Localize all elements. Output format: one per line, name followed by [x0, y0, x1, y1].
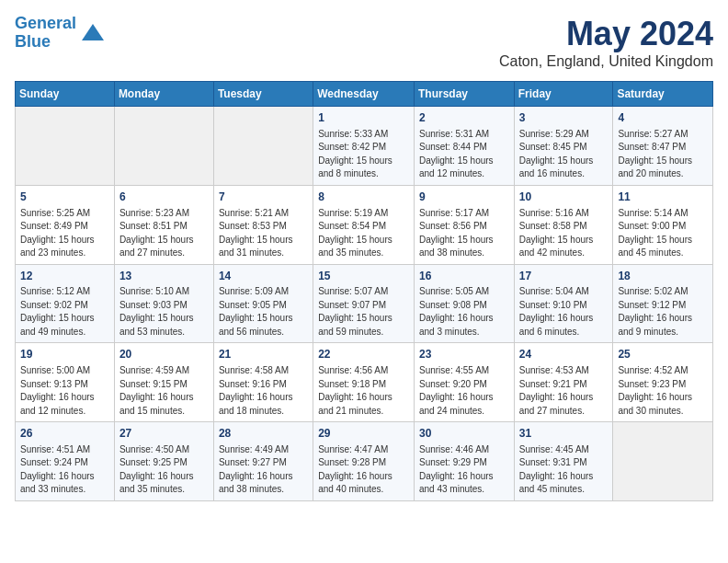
- calendar-cell: [213, 107, 313, 186]
- day-number: 5: [20, 190, 109, 205]
- day-info: Sunrise: 5:25 AM Sunset: 8:49 PM Dayligh…: [20, 207, 109, 260]
- day-number: 19: [20, 347, 109, 362]
- day-info: Sunrise: 4:53 AM Sunset: 9:21 PM Dayligh…: [519, 364, 609, 418]
- calendar-cell: 17Sunrise: 5:04 AM Sunset: 9:10 PM Dayli…: [514, 264, 613, 343]
- calendar-cell: 15Sunrise: 5:07 AM Sunset: 9:07 PM Dayli…: [313, 264, 415, 343]
- day-header-wednesday: Wednesday: [313, 82, 415, 107]
- day-info: Sunrise: 5:09 AM Sunset: 9:05 PM Dayligh…: [219, 285, 308, 339]
- day-info: Sunrise: 5:07 AM Sunset: 9:07 PM Dayligh…: [318, 285, 409, 339]
- calendar-cell: 25Sunrise: 4:52 AM Sunset: 9:23 PM Dayli…: [613, 343, 713, 422]
- day-number: 16: [419, 269, 509, 284]
- day-number: 6: [119, 190, 209, 205]
- day-number: 31: [519, 426, 609, 442]
- day-info: Sunrise: 4:56 AM Sunset: 9:18 PM Dayligh…: [318, 364, 409, 418]
- day-number: 7: [219, 190, 308, 205]
- calendar-cell: 11Sunrise: 5:14 AM Sunset: 9:00 PM Dayli…: [613, 185, 713, 264]
- calendar-cell: 7Sunrise: 5:21 AM Sunset: 8:53 PM Daylig…: [213, 185, 313, 264]
- day-info: Sunrise: 4:45 AM Sunset: 9:31 PM Dayligh…: [519, 443, 609, 497]
- day-info: Sunrise: 5:21 AM Sunset: 8:53 PM Dayligh…: [219, 207, 308, 260]
- day-number: 30: [419, 426, 509, 442]
- day-info: Sunrise: 4:47 AM Sunset: 9:28 PM Dayligh…: [318, 443, 409, 497]
- calendar-cell: 18Sunrise: 5:02 AM Sunset: 9:12 PM Dayli…: [613, 264, 713, 343]
- day-info: Sunrise: 5:17 AM Sunset: 8:56 PM Dayligh…: [419, 207, 509, 260]
- calendar-cell: 31Sunrise: 4:45 AM Sunset: 9:31 PM Dayli…: [514, 422, 613, 501]
- day-info: Sunrise: 5:31 AM Sunset: 8:44 PM Dayligh…: [419, 128, 509, 181]
- calendar-cell: 4Sunrise: 5:27 AM Sunset: 8:47 PM Daylig…: [613, 107, 713, 186]
- calendar-cell: 27Sunrise: 4:50 AM Sunset: 9:25 PM Dayli…: [114, 422, 213, 501]
- calendar-cell: [613, 422, 713, 501]
- calendar-cell: 3Sunrise: 5:29 AM Sunset: 8:45 PM Daylig…: [514, 107, 613, 186]
- day-number: 10: [519, 190, 609, 205]
- day-number: 20: [119, 347, 209, 362]
- svg-marker-0: [82, 24, 104, 40]
- calendar-cell: [16, 107, 115, 186]
- week-row-3: 12Sunrise: 5:12 AM Sunset: 9:02 PM Dayli…: [16, 264, 713, 343]
- calendar-cell: 8Sunrise: 5:19 AM Sunset: 8:54 PM Daylig…: [313, 185, 415, 264]
- day-info: Sunrise: 4:52 AM Sunset: 9:23 PM Dayligh…: [618, 364, 708, 418]
- day-info: Sunrise: 5:00 AM Sunset: 9:13 PM Dayligh…: [20, 364, 109, 418]
- calendar-cell: 2Sunrise: 5:31 AM Sunset: 8:44 PM Daylig…: [414, 107, 514, 186]
- day-info: Sunrise: 4:46 AM Sunset: 9:29 PM Dayligh…: [419, 443, 509, 497]
- day-number: 28: [219, 426, 308, 442]
- logo: General Blue: [15, 15, 106, 52]
- calendar-cell: 9Sunrise: 5:17 AM Sunset: 8:56 PM Daylig…: [414, 185, 514, 264]
- day-info: Sunrise: 5:10 AM Sunset: 9:03 PM Dayligh…: [119, 285, 209, 339]
- day-number: 22: [318, 347, 409, 362]
- day-info: Sunrise: 5:04 AM Sunset: 9:10 PM Dayligh…: [519, 285, 609, 339]
- day-info: Sunrise: 5:16 AM Sunset: 8:58 PM Dayligh…: [519, 207, 609, 260]
- day-info: Sunrise: 4:51 AM Sunset: 9:24 PM Dayligh…: [20, 443, 109, 497]
- main-title: May 2024: [499, 15, 713, 53]
- day-info: Sunrise: 5:33 AM Sunset: 8:42 PM Dayligh…: [318, 128, 409, 181]
- calendar-cell: 21Sunrise: 4:58 AM Sunset: 9:16 PM Dayli…: [213, 343, 313, 422]
- day-header-tuesday: Tuesday: [213, 82, 313, 107]
- day-info: Sunrise: 5:23 AM Sunset: 8:51 PM Dayligh…: [119, 207, 209, 260]
- day-info: Sunrise: 5:14 AM Sunset: 9:00 PM Dayligh…: [618, 207, 708, 260]
- day-number: 15: [318, 269, 409, 284]
- day-info: Sunrise: 4:55 AM Sunset: 9:20 PM Dayligh…: [419, 364, 509, 418]
- week-row-4: 19Sunrise: 5:00 AM Sunset: 9:13 PM Dayli…: [16, 343, 713, 422]
- day-header-monday: Monday: [114, 82, 213, 107]
- day-info: Sunrise: 5:27 AM Sunset: 8:47 PM Dayligh…: [618, 128, 708, 181]
- day-number: 9: [419, 190, 509, 205]
- calendar-cell: 10Sunrise: 5:16 AM Sunset: 8:58 PM Dayli…: [514, 185, 613, 264]
- week-row-5: 26Sunrise: 4:51 AM Sunset: 9:24 PM Dayli…: [16, 422, 713, 501]
- logo-line2: Blue: [15, 32, 51, 51]
- day-number: 8: [318, 190, 409, 205]
- logo-icon: [80, 20, 106, 46]
- day-number: 1: [318, 110, 409, 126]
- day-info: Sunrise: 4:49 AM Sunset: 9:27 PM Dayligh…: [219, 443, 308, 497]
- day-header-sunday: Sunday: [16, 82, 115, 107]
- week-row-2: 5Sunrise: 5:25 AM Sunset: 8:49 PM Daylig…: [16, 185, 713, 264]
- calendar-cell: 28Sunrise: 4:49 AM Sunset: 9:27 PM Dayli…: [213, 422, 313, 501]
- day-number: 4: [618, 110, 708, 126]
- day-number: 27: [119, 426, 209, 442]
- calendar-cell: 1Sunrise: 5:33 AM Sunset: 8:42 PM Daylig…: [313, 107, 415, 186]
- day-number: 23: [419, 347, 509, 362]
- day-header-saturday: Saturday: [613, 82, 713, 107]
- calendar-header-row: SundayMondayTuesdayWednesdayThursdayFrid…: [16, 82, 713, 107]
- day-info: Sunrise: 5:02 AM Sunset: 9:12 PM Dayligh…: [618, 285, 708, 339]
- day-number: 18: [618, 269, 708, 284]
- calendar-cell: 23Sunrise: 4:55 AM Sunset: 9:20 PM Dayli…: [414, 343, 514, 422]
- calendar-cell: 19Sunrise: 5:00 AM Sunset: 9:13 PM Dayli…: [16, 343, 115, 422]
- day-header-friday: Friday: [514, 82, 613, 107]
- day-header-thursday: Thursday: [414, 82, 514, 107]
- day-number: 29: [318, 426, 409, 442]
- header: General Blue May 2024 Caton, England, Un…: [15, 15, 713, 70]
- day-number: 3: [519, 110, 609, 126]
- calendar-cell: 14Sunrise: 5:09 AM Sunset: 9:05 PM Dayli…: [213, 264, 313, 343]
- calendar-cell: 13Sunrise: 5:10 AM Sunset: 9:03 PM Dayli…: [114, 264, 213, 343]
- week-row-1: 1Sunrise: 5:33 AM Sunset: 8:42 PM Daylig…: [16, 107, 713, 186]
- day-number: 13: [119, 269, 209, 284]
- day-number: 26: [20, 426, 109, 442]
- day-number: 25: [618, 347, 708, 362]
- day-number: 14: [219, 269, 308, 284]
- calendar-cell: 30Sunrise: 4:46 AM Sunset: 9:29 PM Dayli…: [414, 422, 514, 501]
- logo-text: General Blue: [15, 15, 76, 52]
- calendar-cell: 24Sunrise: 4:53 AM Sunset: 9:21 PM Dayli…: [514, 343, 613, 422]
- calendar-cell: 12Sunrise: 5:12 AM Sunset: 9:02 PM Dayli…: [16, 264, 115, 343]
- calendar-cell: 26Sunrise: 4:51 AM Sunset: 9:24 PM Dayli…: [16, 422, 115, 501]
- day-number: 21: [219, 347, 308, 362]
- day-info: Sunrise: 4:50 AM Sunset: 9:25 PM Dayligh…: [119, 443, 209, 497]
- day-info: Sunrise: 5:29 AM Sunset: 8:45 PM Dayligh…: [519, 128, 609, 181]
